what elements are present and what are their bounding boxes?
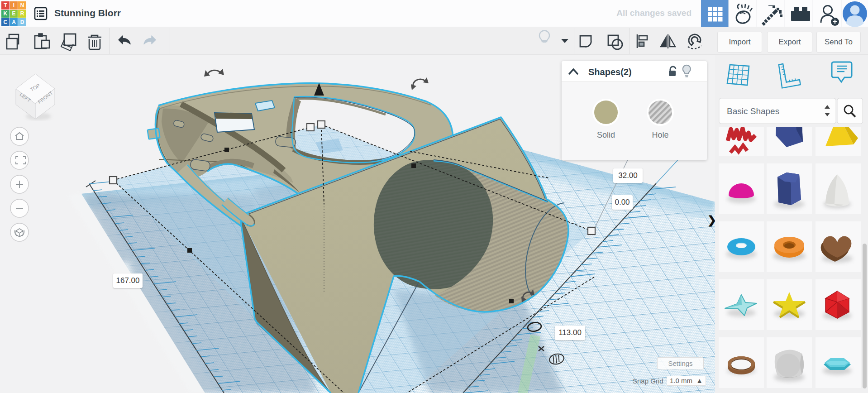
svg-text:Basic Shapes: Basic Shapes: [727, 106, 779, 116]
svg-text:Shapes(2): Shapes(2): [588, 67, 632, 77]
svg-text:Solid: Solid: [597, 130, 615, 139]
svg-text:Hole: Hole: [652, 130, 668, 139]
